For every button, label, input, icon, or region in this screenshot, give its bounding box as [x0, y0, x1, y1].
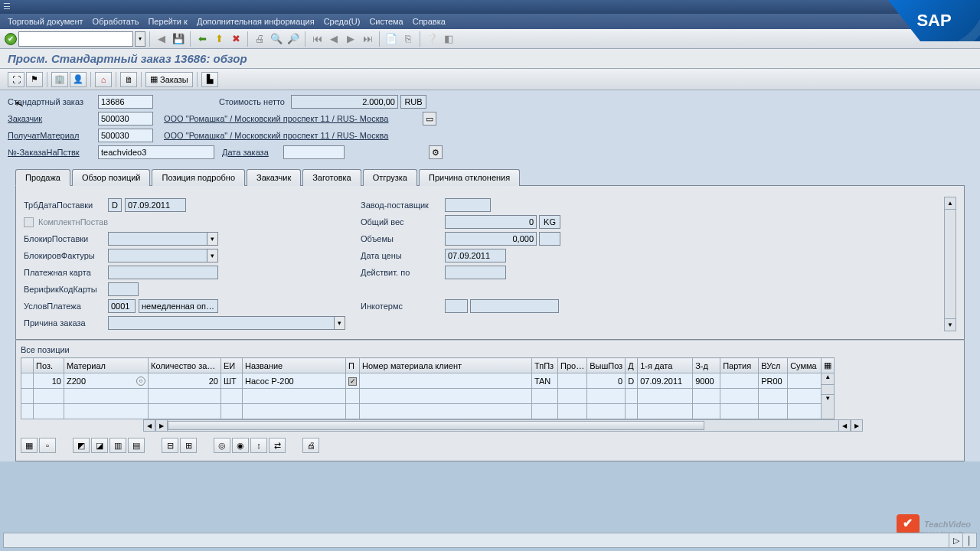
incoterms-text[interactable] — [470, 299, 559, 313]
enter-button[interactable]: ✔ — [5, 33, 17, 45]
deselect-all-icon[interactable]: ▫ — [39, 438, 56, 453]
delblock-field[interactable] — [108, 232, 207, 246]
grid-btn-9[interactable]: ↕ — [250, 438, 267, 453]
hscroll-right2-icon[interactable]: ▶ — [851, 419, 863, 432]
col-vysh[interactable]: ВышПоз — [587, 358, 626, 373]
col-p[interactable]: П — [346, 358, 360, 373]
order-date-label[interactable]: Дата заказа — [222, 148, 283, 157]
po-label[interactable]: №-ЗаказаНаПствк — [8, 148, 98, 157]
layout-icon[interactable]: ◧ — [442, 32, 456, 46]
grid-btn-2[interactable]: ◪ — [91, 438, 108, 453]
reason-field[interactable] — [108, 316, 335, 330]
status-btn-1[interactable]: ▷ — [949, 533, 962, 547]
col-vusl[interactable]: ВУсл — [759, 358, 788, 373]
col-tppz[interactable]: ТпПз — [532, 358, 558, 373]
incoterms-code[interactable] — [445, 299, 468, 313]
table-row[interactable]: 10 Z200○ 20 ШТ Насос Р-200 ✓ TAN 0 D 07.… — [21, 373, 835, 389]
org-icon[interactable]: 🏢 — [51, 72, 68, 87]
menu-extras[interactable]: Дополнительная информация — [197, 17, 315, 26]
shipto-field[interactable] — [98, 129, 153, 142]
col-pro[interactable]: Про… — [558, 358, 587, 373]
grid-btn-1[interactable]: ◩ — [73, 438, 90, 453]
pricedate-field[interactable] — [445, 249, 506, 262]
customer-detail-button[interactable]: ▭ — [423, 112, 436, 126]
req-date-field[interactable] — [125, 198, 186, 212]
shipto-label[interactable]: ПолучатМатериал — [8, 131, 98, 140]
exit-icon[interactable]: ⬆ — [212, 32, 226, 46]
grid-hscroll[interactable]: ◀ ▶ ◀ ▶ — [143, 419, 863, 432]
header-config-button[interactable]: ⚙ — [429, 145, 443, 159]
plant-field[interactable] — [445, 198, 491, 212]
col-batch[interactable]: Партия — [720, 358, 759, 373]
tab-item-overview[interactable]: Обзор позиций — [72, 169, 151, 186]
doc-flow-icon[interactable]: 🗎 — [120, 72, 137, 87]
grid-btn-6[interactable]: ⊞ — [180, 438, 197, 453]
col-sum[interactable]: Сумма — [788, 358, 822, 373]
reason-drop[interactable]: ▾ — [335, 316, 345, 330]
back-icon[interactable]: ◀ — [155, 32, 168, 46]
tab-shipping[interactable]: Отгрузка — [363, 169, 417, 186]
scroll-up-icon[interactable]: ▲ — [945, 197, 956, 210]
new-session-icon[interactable]: 📄 — [384, 32, 398, 46]
home-icon[interactable]: ⌂ — [95, 72, 112, 87]
table-row[interactable] — [21, 404, 835, 419]
orders-button[interactable]: ▦Заказы — [145, 72, 193, 87]
tab-customer[interactable]: Заказчик — [247, 169, 301, 186]
hscroll-left2-icon[interactable]: ◀ — [838, 419, 851, 432]
display-change-icon[interactable]: ⛶ — [8, 72, 24, 87]
tab-procurement[interactable]: Заготовка — [302, 169, 361, 186]
config-icon[interactable]: ▙ — [201, 72, 218, 87]
partner-icon[interactable]: 👤 — [70, 72, 87, 87]
std-order-field[interactable] — [98, 95, 153, 109]
menu-system[interactable]: Система — [369, 17, 403, 26]
verif-field[interactable] — [108, 282, 139, 296]
grid-btn-7[interactable]: ◎ — [214, 438, 230, 453]
scroll-down-icon[interactable]: ▼ — [945, 318, 956, 331]
material-search-icon[interactable]: ○ — [136, 377, 145, 386]
grid-btn-4[interactable]: ▤ — [128, 438, 145, 453]
menu-goto[interactable]: Перейти к — [148, 17, 187, 26]
back-green-icon[interactable]: ⬅ — [195, 32, 209, 46]
col-date1[interactable]: 1-я дата — [638, 358, 693, 373]
tab-sales[interactable]: Продажа — [15, 169, 70, 186]
payterm-code[interactable] — [108, 299, 136, 313]
last-page-icon[interactable]: ⏭ — [361, 32, 374, 46]
billblock-field[interactable] — [108, 249, 207, 262]
print-icon[interactable]: 🖨 — [253, 32, 266, 46]
po-field[interactable] — [98, 145, 214, 159]
col-unit[interactable]: ЕИ — [221, 358, 243, 373]
flag-icon[interactable]: ⚑ — [26, 72, 43, 87]
col-qty[interactable]: Количество за… — [149, 358, 221, 373]
billblock-drop[interactable]: ▾ — [207, 249, 218, 262]
command-field[interactable] — [18, 31, 133, 47]
grid-btn-5[interactable]: ⊟ — [162, 438, 178, 453]
order-date-field[interactable] — [283, 145, 345, 159]
grid-btn-11[interactable]: 🖨 — [302, 438, 319, 453]
command-dropdown[interactable]: ▾ — [135, 31, 145, 47]
save-icon[interactable]: 💾 — [172, 32, 185, 46]
menu-help[interactable]: Справка — [413, 17, 446, 26]
customer-field[interactable] — [98, 112, 153, 126]
customer-label[interactable]: Заказчик — [8, 114, 98, 123]
find-icon[interactable]: 🔍 — [270, 32, 283, 46]
grid-btn-8[interactable]: ◉ — [232, 438, 249, 453]
next-page-icon[interactable]: ▶ — [344, 32, 358, 46]
cancel-icon[interactable]: ✖ — [229, 32, 243, 46]
grid-config-icon[interactable]: ▦ — [822, 358, 835, 373]
hscroll-right-icon[interactable]: ▶ — [155, 419, 168, 432]
col-pos[interactable]: Поз. — [34, 358, 64, 373]
col-material[interactable]: Материал — [64, 358, 149, 373]
first-page-icon[interactable]: ⏮ — [310, 32, 324, 46]
col-plant[interactable]: З-д — [693, 358, 720, 373]
help-icon[interactable]: ❔ — [425, 32, 439, 46]
menu-sales-doc[interactable]: Торговый документ — [8, 17, 83, 26]
customer-text[interactable]: ООО "Ромашка" / Московский проспект 11 /… — [164, 114, 388, 123]
tab-item-detail[interactable]: Позиция подробно — [152, 169, 245, 186]
grid-btn-3[interactable]: ▥ — [109, 438, 126, 453]
hscroll-thumb[interactable] — [168, 421, 704, 430]
delblock-drop[interactable]: ▾ — [207, 232, 218, 246]
panel-vscroll[interactable]: ▲ ▼ — [944, 197, 956, 331]
prev-page-icon[interactable]: ◀ — [327, 32, 341, 46]
select-all-icon[interactable]: ▦ — [21, 438, 38, 453]
menu-edit[interactable]: Обработать — [93, 17, 139, 26]
